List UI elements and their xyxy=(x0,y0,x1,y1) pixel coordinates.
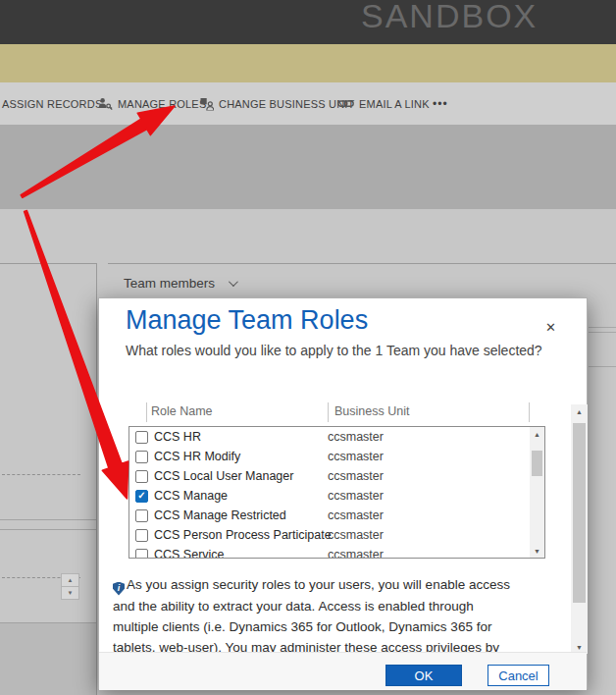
section-divider xyxy=(0,519,96,520)
stepper-up-icon[interactable]: ▲ xyxy=(62,574,78,587)
close-icon[interactable]: ✕ xyxy=(543,318,558,337)
column-separator xyxy=(328,402,329,422)
background-grid-line xyxy=(589,332,616,333)
role-checkbox[interactable]: ✓ xyxy=(135,509,148,522)
role-checkbox[interactable]: ✓ xyxy=(135,470,148,483)
role-row[interactable]: ✓ CCS HR ccsmaster xyxy=(129,427,544,447)
chevron-down-icon xyxy=(229,277,238,287)
environment-watermark: SANDBOX xyxy=(361,0,538,35)
person-key-icon xyxy=(98,97,113,111)
role-checkbox[interactable]: ✓ xyxy=(135,549,148,560)
dialog-subtitle: What roles would you like to apply to th… xyxy=(126,343,542,358)
background-grid-line xyxy=(589,366,616,367)
role-checkbox[interactable]: ✓ xyxy=(135,431,148,444)
column-header-role-name: Role Name xyxy=(151,404,213,418)
role-row[interactable]: ✓ CCS Manage Restricted ccsmaster xyxy=(129,506,544,525)
column-separator xyxy=(146,402,147,422)
scrollbar-thumb[interactable] xyxy=(573,423,586,603)
app-window: SANDBOX ASSIGN RECORDS MANAGE ROLES xyxy=(0,0,616,695)
info-shield-icon: i xyxy=(113,582,125,596)
toolbar-change-business-unit[interactable]: CHANGE BUSINESS UNIT xyxy=(200,97,354,110)
role-checkbox[interactable]: ✓ xyxy=(135,490,148,503)
toolbar-more-commands[interactable]: ••• xyxy=(433,97,448,111)
background-grid-line xyxy=(589,327,616,328)
section-divider xyxy=(0,529,96,530)
toolbar-assign-records[interactable]: ASSIGN RECORDS xyxy=(2,98,102,110)
team-members-view-selector[interactable]: Team members xyxy=(124,276,235,291)
role-checkbox[interactable]: ✓ xyxy=(135,529,148,542)
check-icon: ✓ xyxy=(137,491,145,501)
form-left-panel: ▲ ▼ xyxy=(0,263,97,695)
command-toolbar: ASSIGN RECORDS MANAGE ROLES xyxy=(0,82,616,125)
listbox-scrollbar[interactable]: ▲ ▼ xyxy=(530,427,544,558)
cancel-button[interactable]: Cancel xyxy=(488,665,549,686)
column-separator xyxy=(529,402,530,422)
role-row[interactable]: ✓ CCS Service ccsmaster xyxy=(129,545,544,559)
role-row[interactable]: ✓ CCS HR Modify ccsmaster xyxy=(129,447,544,466)
scroll-up-icon[interactable]: ▲ xyxy=(530,427,544,441)
team-members-panel: Team members xyxy=(108,263,616,297)
field-divider-dashed xyxy=(2,474,80,475)
role-checkbox[interactable]: ✓ xyxy=(135,451,148,463)
ok-button[interactable]: OK xyxy=(385,665,462,686)
org-person-icon xyxy=(200,97,214,110)
dialog-scrollbar[interactable]: ▲ ▼ xyxy=(571,404,588,654)
column-header-business-unit: Business Unit xyxy=(334,404,409,418)
role-row-selected[interactable]: ✓ CCS Manage ccsmaster xyxy=(129,486,544,506)
roles-listbox: ✓ CCS HR ccsmaster ✓ CCS HR Modify ccsma… xyxy=(128,426,545,559)
scrollbar-thumb[interactable] xyxy=(532,451,542,476)
stepper-down-icon[interactable]: ▼ xyxy=(62,587,78,599)
command-accent-band xyxy=(0,44,616,82)
dialog-title: Manage Team Roles xyxy=(126,305,368,336)
scroll-up-icon[interactable]: ▲ xyxy=(571,404,588,418)
security-roles-info-text: iAs you assign security roles to your us… xyxy=(113,574,562,652)
number-stepper[interactable]: ▲ ▼ xyxy=(61,573,79,600)
page-band-dark xyxy=(0,125,616,209)
top-navigation-bar: SANDBOX xyxy=(0,0,616,44)
toolbar-email-a-link[interactable]: EMAIL A LINK xyxy=(337,98,430,110)
role-row[interactable]: ✓ CCS Person Process Participate ccsmast… xyxy=(129,525,544,545)
scroll-down-icon[interactable]: ▼ xyxy=(530,544,544,558)
page-band-light xyxy=(0,209,616,263)
more-ellipsis-icon: ••• xyxy=(433,97,448,111)
chain-link-icon xyxy=(337,98,354,109)
panel-footer-region xyxy=(0,623,96,695)
manage-team-roles-dialog: Manage Team Roles ✕ What roles would you… xyxy=(98,297,588,689)
dialog-footer: OK Cancel xyxy=(99,652,587,690)
role-row[interactable]: ✓ CCS Local User Manager ccsmaster xyxy=(129,466,544,486)
toolbar-manage-roles[interactable]: MANAGE ROLES xyxy=(98,97,206,111)
